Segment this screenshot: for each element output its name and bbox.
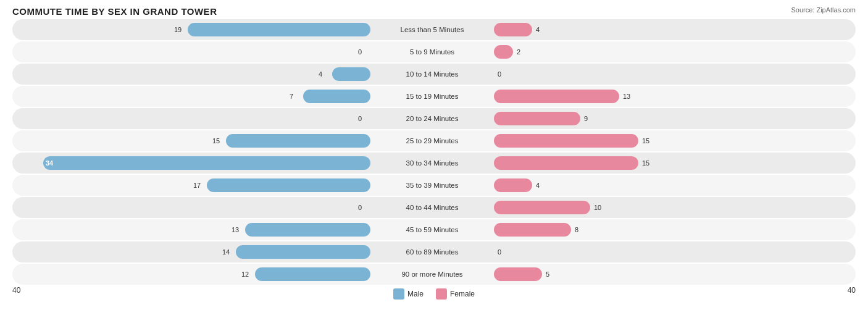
right-section: 0 xyxy=(494,241,852,262)
left-section: 17 xyxy=(12,175,370,196)
female-value: 9 xyxy=(584,115,852,122)
female-value: 13 xyxy=(623,93,852,100)
left-section: 0 xyxy=(12,108,370,129)
row-label: 60 to 89 Minutes xyxy=(370,248,494,256)
row-label: 90 or more Minutes xyxy=(370,271,494,278)
female-value: 0 xyxy=(498,70,852,78)
male-value: 12 xyxy=(241,271,249,278)
bar-row: 1460 to 89 Minutes0 xyxy=(12,241,856,262)
left-section: 0 xyxy=(12,41,370,62)
female-value: 4 xyxy=(536,182,852,189)
male-value: 0 xyxy=(358,48,362,56)
row-label: 35 to 39 Minutes xyxy=(370,182,494,189)
axis-right: 40 xyxy=(848,286,856,300)
right-section: 15 xyxy=(494,130,852,151)
female-value: 2 xyxy=(517,48,852,56)
female-bar xyxy=(494,178,532,192)
axis-left: 40 xyxy=(12,286,20,300)
male-bar xyxy=(332,67,370,81)
female-bar xyxy=(494,201,590,214)
row-label: 40 to 44 Minutes xyxy=(370,204,494,211)
chart-container: COMMUTE TIME BY SEX IN GRAND TOWER Sourc… xyxy=(0,0,868,323)
bar-row: 1290 or more Minutes5 xyxy=(12,264,856,285)
legend-male: Male xyxy=(393,288,424,300)
row-label: 10 to 14 Minutes xyxy=(370,70,494,78)
female-value: 5 xyxy=(546,271,852,278)
bar-row: 05 to 9 Minutes2 xyxy=(12,41,856,62)
female-bar xyxy=(494,223,571,237)
row-label: 5 to 9 Minutes xyxy=(370,48,494,56)
bar-row: 410 to 14 Minutes0 xyxy=(12,64,856,85)
male-bar xyxy=(303,90,370,103)
female-value: 10 xyxy=(594,204,852,211)
female-bar xyxy=(494,90,619,103)
right-section: 15 xyxy=(494,153,852,174)
left-section: 4 xyxy=(12,64,370,85)
legend-female: Female xyxy=(436,288,475,300)
bar-row: 020 to 24 Minutes9 xyxy=(12,108,856,129)
male-value: 4 xyxy=(319,70,322,78)
female-bar xyxy=(494,267,542,281)
female-bar xyxy=(494,112,580,125)
legend-male-box xyxy=(393,288,404,300)
female-value: 15 xyxy=(642,159,852,167)
left-section: 15 xyxy=(12,130,370,151)
right-section: 8 xyxy=(494,219,852,240)
legend-male-label: Male xyxy=(407,290,424,298)
male-value: 15 xyxy=(212,137,220,145)
left-section: 19 xyxy=(12,19,370,40)
female-value: 4 xyxy=(536,26,852,33)
bar-row: 715 to 19 Minutes13 xyxy=(12,86,856,107)
left-section: 13 xyxy=(12,219,370,240)
bar-row: 1345 to 59 Minutes8 xyxy=(12,219,856,240)
male-bar xyxy=(245,223,370,237)
bar-row: 1525 to 29 Minutes15 xyxy=(12,130,856,151)
female-bar xyxy=(494,134,638,148)
left-section: 0 xyxy=(12,197,370,218)
row-label: 25 to 29 Minutes xyxy=(370,137,494,145)
row-label: 30 to 34 Minutes xyxy=(370,159,494,167)
female-bar xyxy=(494,23,532,36)
male-bar xyxy=(188,23,370,36)
female-value: 0 xyxy=(498,248,852,256)
male-bar xyxy=(207,178,370,192)
male-value: 0 xyxy=(358,115,362,122)
row-label: Less than 5 Minutes xyxy=(370,26,494,33)
male-value: 13 xyxy=(232,226,239,233)
male-bar xyxy=(255,267,370,281)
axis-labels: 40 Male Female 40 xyxy=(12,286,856,300)
female-bar xyxy=(494,45,513,59)
legend: Male Female xyxy=(393,288,475,300)
left-section: 7 xyxy=(12,86,370,107)
female-value: 8 xyxy=(575,226,852,233)
right-section: 10 xyxy=(494,197,852,218)
bar-row: 3430 to 34 Minutes15 xyxy=(12,153,856,174)
male-bar xyxy=(236,245,370,259)
male-value: 0 xyxy=(358,204,362,211)
male-value: 17 xyxy=(193,182,201,189)
right-section: 2 xyxy=(494,41,852,62)
right-section: 4 xyxy=(494,175,852,196)
bar-row: 19Less than 5 Minutes4 xyxy=(12,19,856,40)
male-value: 19 xyxy=(174,26,182,33)
bars-area: 19Less than 5 Minutes405 to 9 Minutes241… xyxy=(12,19,856,285)
male-bar xyxy=(226,134,370,148)
left-section: 14 xyxy=(12,241,370,262)
row-label: 45 to 59 Minutes xyxy=(370,226,494,233)
left-section: 12 xyxy=(12,264,370,285)
row-label: 20 to 24 Minutes xyxy=(370,115,494,122)
right-section: 4 xyxy=(494,19,852,40)
male-value: 7 xyxy=(290,93,293,100)
right-section: 13 xyxy=(494,86,852,107)
right-section: 5 xyxy=(494,264,852,285)
bar-row: 040 to 44 Minutes10 xyxy=(12,197,856,218)
source-text: Source: ZipAtlas.com xyxy=(791,6,856,14)
row-label: 15 to 19 Minutes xyxy=(370,93,494,100)
legend-female-label: Female xyxy=(450,290,475,298)
bar-row: 1735 to 39 Minutes4 xyxy=(12,175,856,196)
female-bar xyxy=(494,156,638,170)
male-bar xyxy=(43,156,370,170)
female-value: 15 xyxy=(642,137,852,145)
left-section: 34 xyxy=(12,153,370,174)
legend-female-box xyxy=(436,288,447,300)
